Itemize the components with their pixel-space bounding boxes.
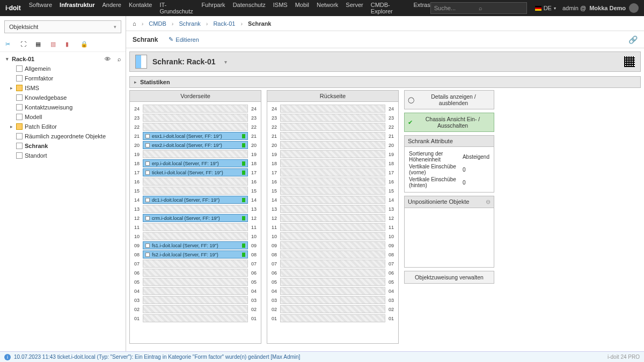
expand-icon[interactable]: ▸ [9, 124, 14, 129]
stats-toggle[interactable]: ▸ Statistiken [129, 76, 641, 88]
rack-device[interactable]: fs2.i-doit.local (Server, FF: 19") [143, 250, 248, 258]
rack-slot-empty[interactable] [280, 187, 385, 195]
rack-slot-empty[interactable] [143, 305, 248, 313]
rack-slot-empty[interactable] [280, 141, 385, 149]
rack-slot-empty[interactable] [280, 241, 385, 249]
rack-slot-empty[interactable] [143, 260, 248, 268]
collapse-icon[interactable]: ▾ [4, 56, 10, 62]
rack-device[interactable]: esx2.i-doit.local (Server, FF: 19") [143, 141, 248, 149]
rack-slot-empty[interactable] [280, 196, 385, 204]
nav-mobil[interactable]: Mobil [295, 2, 309, 14]
rack-slot-empty[interactable] [280, 314, 385, 322]
nav-kontakte[interactable]: Kontakte [129, 2, 152, 14]
rack-slot-empty[interactable] [280, 132, 385, 140]
rack-slot-empty[interactable] [143, 187, 248, 195]
rack-slot-empty[interactable] [280, 205, 385, 213]
rack-slot-empty[interactable] [143, 205, 248, 213]
rack-slot-empty[interactable] [143, 314, 248, 322]
qr-icon[interactable] [624, 56, 635, 67]
chassis-button[interactable]: ✔ Chassis Ansicht Ein- / Ausschalten [404, 113, 494, 132]
rack-slot-empty[interactable] [143, 287, 248, 295]
rack-slot-empty[interactable] [143, 123, 248, 131]
tree-root[interactable]: ▾ Rack-01 👁 ⌕ [0, 54, 126, 64]
search-icon[interactable]: ⌕ [118, 56, 121, 62]
nav-software[interactable]: Software [29, 2, 52, 14]
rack-device[interactable]: erp.i-doit.local (Server, FF: 19") [143, 159, 248, 167]
nav-network[interactable]: Network [317, 2, 338, 14]
tree-item[interactable]: Formfaktor [0, 73, 126, 83]
rack-slot-empty[interactable] [280, 178, 385, 186]
rack-slot-empty[interactable] [143, 105, 248, 113]
nav-extras[interactable]: Extras [413, 2, 430, 14]
crumb[interactable]: CMDB [149, 20, 166, 27]
rack-slot-empty[interactable] [280, 159, 385, 167]
rack-slot-empty[interactable] [143, 269, 248, 277]
link-icon[interactable]: 🔗 [628, 35, 638, 44]
chart-icon[interactable]: ▮ [65, 41, 73, 48]
rack-slot-empty[interactable] [143, 232, 248, 240]
rack-device[interactable]: crm.i-doit.local (Server, FF: 19") [143, 214, 248, 222]
details-button[interactable]: ◯ Details anzeigen / ausblenden [404, 90, 494, 109]
rack-device[interactable]: fs1.i-doit.local (Server, FF: 19") [143, 241, 248, 249]
calendar-icon[interactable]: ▦ [35, 41, 43, 48]
tree-item[interactable]: ▸Patch Editor [0, 122, 126, 131]
rack-slot-empty[interactable] [280, 287, 385, 295]
nav-infrastruktur[interactable]: Infrastruktur [60, 2, 94, 14]
eye-icon[interactable]: 👁 [105, 56, 111, 62]
rack-slot-empty[interactable] [280, 123, 385, 131]
rack-slot-empty[interactable] [280, 105, 385, 113]
rack-slot-empty[interactable] [143, 114, 248, 122]
nav-datenschutz[interactable]: Datenschutz [233, 2, 266, 14]
nav-cmdb-explorer[interactable]: CMDB-Explorer [371, 2, 406, 14]
user-menu[interactable]: admin @ Mokka Demo [562, 3, 639, 13]
tool-icon[interactable]: ✂ [5, 41, 13, 48]
rack-slot-empty[interactable] [280, 296, 385, 304]
rack-slot-empty[interactable] [143, 296, 248, 304]
tree-item[interactable]: Standort [0, 151, 126, 160]
lang-selector[interactable]: DE ▾ [535, 5, 556, 11]
book-icon[interactable]: ▥ [50, 41, 58, 48]
rack-slot-empty[interactable] [280, 269, 385, 277]
tree-item[interactable]: Allgemein [0, 64, 126, 73]
rack-slot-empty[interactable] [143, 278, 248, 286]
nav-isms[interactable]: ISMS [273, 2, 288, 14]
tree-item[interactable]: Modell [0, 112, 126, 122]
tree-item[interactable]: ▸ISMS [0, 83, 126, 93]
chevron-down-icon[interactable]: ▾ [224, 59, 227, 65]
rack-slot-empty[interactable] [280, 232, 385, 240]
rack-slot-empty[interactable] [280, 260, 385, 268]
edit-button[interactable]: ✎ Editieren [169, 36, 199, 43]
rack-slot-empty[interactable] [280, 278, 385, 286]
search-input[interactable]: Suche... ⌕ [430, 2, 527, 14]
rack-device[interactable]: dc1.i-doit.local (Server, FF: 19") [143, 196, 248, 204]
nav-server[interactable]: Server [346, 2, 363, 14]
rack-slot-empty[interactable] [280, 305, 385, 313]
tree-item[interactable]: Schrank [0, 141, 126, 151]
nav-andere[interactable]: Andere [103, 2, 121, 14]
crumb[interactable]: Schrank [179, 20, 200, 27]
rack-slot-empty[interactable] [280, 223, 385, 231]
tree-item[interactable]: Räumlich zugeordnete Objekte [0, 131, 126, 141]
rack-slot-empty[interactable] [143, 150, 248, 158]
collapse-icon[interactable]: ⊖ [486, 198, 491, 205]
rack-slot-empty[interactable] [143, 178, 248, 186]
crumb[interactable]: Rack-01 [213, 20, 235, 27]
rack-slot-empty[interactable] [280, 214, 385, 222]
view-select[interactable]: Objektsicht ▾ [4, 20, 121, 33]
rack-device[interactable]: ticket.i-doit.local (Server, FF: 19") [143, 168, 248, 176]
nav-fuhrpark[interactable]: Fuhrpark [202, 2, 225, 14]
lock-icon[interactable]: 🔒 [80, 41, 88, 48]
rack-slot-empty[interactable] [280, 150, 385, 158]
rack-device[interactable]: esx1.i-doit.local (Server, FF: 19") [143, 132, 248, 140]
rack-slot-empty[interactable] [280, 168, 385, 176]
expand-icon[interactable]: ▸ [9, 85, 14, 91]
nav-it-grundschutz[interactable]: IT-Grundschutz [159, 2, 194, 14]
rack-slot-empty[interactable] [280, 250, 385, 258]
home-icon[interactable]: ⌂ [133, 20, 136, 27]
rack-slot-empty[interactable] [143, 223, 248, 231]
rack-slot-empty[interactable] [280, 114, 385, 122]
expand-icon[interactable]: ⛶ [20, 41, 28, 48]
tree-item[interactable]: Knowledgebase [0, 93, 126, 102]
assign-button[interactable]: Objektzuweisung verwalten [404, 271, 494, 284]
tree-item[interactable]: Kontaktzuweisung [0, 102, 126, 112]
